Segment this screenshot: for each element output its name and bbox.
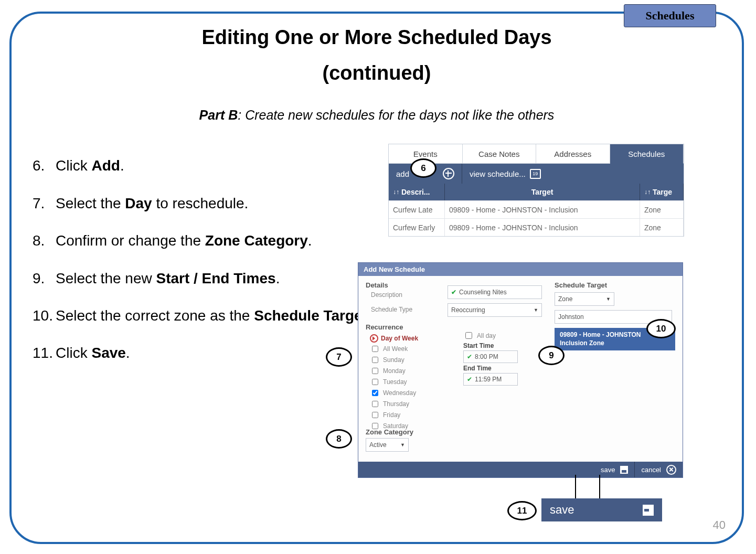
schedule-type-label: Schedule Type: [371, 306, 439, 313]
arrow-icon: [370, 334, 378, 343]
tab-schedules[interactable]: Schedules: [610, 144, 684, 164]
save-zoom-label: save: [550, 503, 574, 517]
end-time-label: End Time: [463, 365, 518, 372]
step-item: 7.Select the Day to reschedule.: [33, 192, 410, 215]
col-target-type[interactable]: ↓↑Targe: [640, 184, 684, 200]
save-icon: [620, 466, 628, 474]
callout-10: 10: [646, 319, 676, 338]
save-button-zoom[interactable]: save: [541, 498, 662, 521]
steps-list: 6.Click Add.7.Select the Day to reschedu…: [33, 154, 410, 364]
day-checkbox[interactable]: Monday: [370, 366, 418, 376]
save-icon: [643, 505, 654, 516]
start-time-input[interactable]: ✔8:00 PM: [463, 350, 518, 363]
page-subtitle: (continued): [12, 62, 742, 84]
col-description[interactable]: ↓↑Descri...: [389, 184, 445, 200]
tab-case-notes[interactable]: Case Notes: [463, 144, 537, 164]
view-schedule-label: view schedule...: [470, 169, 526, 178]
tab-addresses[interactable]: Addresses: [536, 144, 610, 164]
check-icon: ✔: [467, 376, 472, 383]
start-time-label: Start Time: [463, 342, 518, 349]
callout-11: 11: [507, 501, 537, 520]
day-checkbox[interactable]: Tuesday: [370, 377, 418, 387]
callout-6: 6: [410, 158, 436, 178]
day-of-week-heading: Day of Week: [370, 334, 418, 343]
cancel-button[interactable]: cancel: [635, 462, 683, 477]
check-icon: ✔: [451, 289, 456, 296]
recurrence-heading: Recurrence: [366, 323, 418, 331]
add-schedule-dialog: Add New Schedule Details Description Sch…: [358, 262, 683, 478]
end-time-input[interactable]: ✔11:59 PM: [463, 373, 518, 386]
step-item: 6.Click Add.: [33, 154, 410, 177]
schedule-target-heading: Schedule Target: [555, 281, 675, 289]
view-schedule-button[interactable]: view schedule... 19: [462, 164, 548, 184]
day-of-week-list: All WeekSundayMondayTuesdayWednesdayThur…: [370, 344, 418, 431]
day-checkbox[interactable]: Wednesday: [370, 388, 418, 398]
schedule-type-select[interactable]: Reoccurring: [448, 303, 542, 317]
description-input[interactable]: ✔Counseling Nites: [448, 285, 542, 299]
zone-category-select[interactable]: Active: [366, 438, 409, 452]
add-label: add: [396, 169, 409, 178]
day-checkbox[interactable]: Friday: [370, 410, 418, 420]
target-type-select[interactable]: Zone: [555, 292, 614, 306]
schedules-table-panel: Events Case Notes Addresses Schedules ad…: [388, 144, 684, 237]
callout-8: 8: [326, 429, 352, 449]
sort-icon: ↓↑: [644, 188, 651, 196]
day-checkbox[interactable]: Sunday: [370, 355, 418, 365]
page-number: 40: [713, 518, 726, 532]
step-item: 10.Select the correct zone as the Schedu…: [33, 304, 410, 327]
calendar-icon: 19: [530, 169, 541, 179]
tab-bar: Events Case Notes Addresses Schedules: [389, 144, 684, 164]
plus-icon: [443, 168, 454, 179]
callout-9: 9: [538, 346, 565, 365]
check-icon: ✔: [467, 353, 472, 360]
step-item: 11.Click Save.: [33, 342, 410, 364]
page-title: Editing One or More Scheduled Days: [12, 26, 742, 49]
zone-category-heading: Zone Category: [366, 428, 413, 436]
description-label: Description: [371, 291, 439, 299]
cancel-icon: [666, 465, 676, 475]
part-b-line: Part B: Create new schedules for the day…: [12, 108, 742, 123]
col-target[interactable]: Target: [445, 184, 640, 200]
step-item: 9.Select the new Start / End Times.: [33, 267, 410, 290]
dialog-footer: save cancel: [358, 462, 683, 477]
callout-7: 7: [326, 347, 352, 367]
zoom-lines: [569, 475, 606, 499]
day-checkbox[interactable]: All Week: [370, 344, 418, 354]
sort-icon: ↓↑: [393, 188, 399, 196]
section-tab-schedules: Schedules: [624, 4, 716, 27]
day-checkbox[interactable]: Thursday: [370, 399, 418, 409]
part-b-label: Part B: [199, 108, 238, 122]
table-header: ↓↑Descri... Target ↓↑Targe: [389, 184, 684, 200]
table-row[interactable]: Curfew Late09809 - Home - JOHNSTON - Inc…: [389, 200, 684, 218]
details-heading: Details: [366, 281, 439, 289]
all-day-checkbox[interactable]: All day: [463, 331, 518, 340]
table-row[interactable]: Curfew Early09809 - Home - JOHNSTON - In…: [389, 218, 684, 236]
step-item: 8.Confirm or change the Zone Category.: [33, 229, 410, 252]
part-b-text: : Create new schedules for the days not …: [238, 108, 554, 122]
dialog-title: Add New Schedule: [358, 263, 683, 276]
